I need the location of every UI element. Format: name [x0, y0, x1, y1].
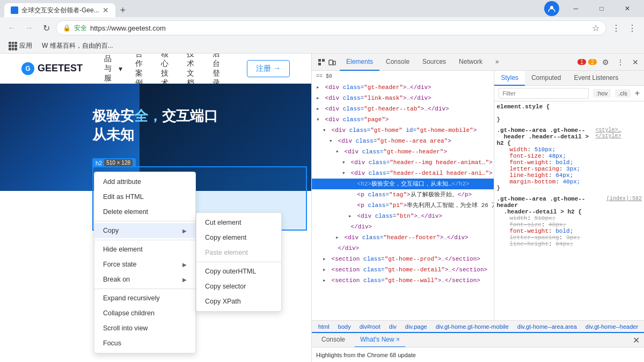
device-mode-icon[interactable] — [327, 57, 338, 68]
bookmark-wikipedia-label: W 维基百科，自由的百... — [42, 41, 113, 50]
whats-new-tab[interactable]: What's New × — [355, 333, 405, 348]
ctx-copy-xpath[interactable]: Copy XPath — [196, 294, 281, 309]
vertical-dots-icon[interactable]: ⋮ — [614, 56, 627, 69]
logo-icon: G — [21, 62, 34, 75]
breadcrumb-header[interactable]: div.gt-home--header — [583, 323, 640, 330]
tab-more[interactable]: » — [489, 54, 506, 71]
ctx-delete-element[interactable]: Delete element — [94, 204, 195, 219]
dom-line-11[interactable]: <p class="p1">率先利用人工智能，为全球 26 万家企业提供交互安全… — [312, 200, 494, 211]
reload-button[interactable]: ↻ — [39, 20, 54, 35]
ctx-hide-element[interactable]: Hide element — [94, 242, 195, 257]
svg-rect-3 — [318, 63, 321, 65]
dom-line-4[interactable]: <div class="gt-home" id="gt-home-mobile"… — [312, 125, 494, 136]
menu-button[interactable]: ⋮ — [625, 20, 640, 35]
filter-cls-toggle[interactable]: .cls — [615, 89, 631, 98]
dom-line-13[interactable]: </div> — [312, 221, 494, 232]
dom-line-1[interactable]: <div class="link-mask">…</div> — [312, 93, 494, 104]
tab-sources[interactable]: Sources — [416, 54, 452, 71]
breadcrumb-html[interactable]: html — [316, 323, 332, 330]
maximize-button[interactable]: □ — [589, 0, 614, 17]
tab-network[interactable]: Network — [452, 54, 489, 71]
address-bar[interactable]: 🔒 安全 https://www.geetest.com ☆ — [56, 20, 606, 35]
breadcrumb-div[interactable]: div — [387, 323, 399, 330]
new-tab-button[interactable]: + — [115, 3, 130, 17]
ctx-scroll-into-view[interactable]: Scroll into view — [94, 321, 195, 336]
forward-button[interactable]: → — [21, 20, 36, 35]
ctx-copy[interactable]: Copy ▶ — [94, 223, 195, 238]
tab-close-button[interactable]: ✕ — [103, 6, 109, 14]
extensions-button[interactable]: ⋮ — [609, 20, 624, 35]
dom-line-0[interactable]: <div class="gt-header">…</div> — [312, 82, 494, 93]
dom-line-18[interactable]: <section class="gt-home--wall">…</sectio… — [312, 275, 494, 286]
tab-styles[interactable]: Styles — [494, 71, 525, 86]
dom-line-6[interactable]: <div class="gt-home--header"> — [312, 146, 494, 157]
ctx-copy-outer-html[interactable]: Copy outerHTML — [196, 264, 281, 279]
dom-line-10[interactable]: <p class="tag">从了解极验开始。</p> — [312, 189, 494, 200]
dom-line-9-selected[interactable]: <h2>极验安全，交互端口，从未知…</h2> — [312, 179, 494, 189]
url-text: https://www.geetest.com — [90, 24, 589, 32]
dom-line-16[interactable]: <section class="gt-home--prod">…</sectio… — [312, 254, 494, 264]
minimize-button[interactable]: ─ — [564, 0, 588, 17]
inspect-element-icon[interactable] — [316, 57, 327, 68]
console-message: Highlights from the Chrome 68 update — [316, 352, 416, 358]
console-close-button[interactable]: ✕ — [633, 335, 640, 345]
ctx-separator-2 — [94, 240, 195, 240]
dom-panel[interactable]: == $0 <div class="gt-header">…</div> <di… — [312, 71, 494, 320]
back-button[interactable]: ← — [4, 20, 19, 35]
geetest-logo[interactable]: G GEETEST — [21, 62, 83, 75]
breadcrumb-div-root[interactable]: div#root — [357, 323, 383, 330]
secure-text: 安全 — [74, 24, 87, 33]
tab-elements[interactable]: Elements — [340, 54, 379, 71]
tab-console[interactable]: Console — [379, 54, 416, 71]
css-rule-element-style: element.style { } — [496, 104, 642, 123]
css-rule-2: .gt-home--area .gt-home--header .header-… — [496, 196, 642, 247]
breadcrumb-body[interactable]: body — [336, 323, 353, 330]
ctx-collapse-children[interactable]: Collapse children — [94, 306, 195, 321]
svg-rect-4 — [329, 60, 333, 65]
ctx-expand-recursively[interactable]: Expand recursively — [94, 291, 195, 306]
filter-hov-toggle[interactable]: :hov — [593, 89, 611, 98]
bookmark-star-icon[interactable]: ☆ — [592, 23, 599, 33]
register-button[interactable]: 注册 → — [247, 60, 290, 77]
ctx-break-on[interactable]: Break on ▶ — [94, 272, 195, 287]
bookmark-apps[interactable]: 应用 — [4, 40, 36, 52]
breadcrumb-gt-home[interactable]: div.gt-home.gt-home-mobile — [434, 323, 511, 330]
dom-line-8[interactable]: <div class="header--detail header-ani…"> — [312, 168, 494, 179]
dom-line-14[interactable]: <div class="header--footer">…</div> — [312, 232, 494, 243]
ctx-force-state[interactable]: Force state ▶ — [94, 257, 195, 272]
settings-icon[interactable]: ⚙ — [599, 56, 612, 69]
copy-arrow-icon: ▶ — [182, 228, 187, 234]
devtools-breadcrumb: html body div#root div div.page div.gt-h… — [312, 320, 644, 332]
breadcrumb-div-page[interactable]: div.page — [403, 323, 429, 330]
ctx-focus[interactable]: Focus — [94, 336, 195, 351]
console-tab[interactable]: Console — [316, 333, 350, 348]
dom-line-3[interactable]: <div class="page"> — [312, 114, 494, 125]
ctx-copy-selector[interactable]: Copy selector — [196, 279, 281, 294]
devtools-body: == $0 <div class="gt-header">…</div> <di… — [312, 71, 644, 320]
browser-toolbar: ← → ↻ 🔒 安全 https://www.geetest.com ☆ ⋮ ⋮ — [0, 17, 644, 39]
tab-event-listeners[interactable]: Event Listeners — [568, 71, 625, 86]
styles-filter-input[interactable] — [499, 88, 589, 99]
active-tab[interactable]: 全球交互安全创领者-Gee... ✕ — [4, 3, 115, 17]
bookmark-wikipedia[interactable]: W 维基百科，自由的百... — [38, 40, 118, 52]
dom-line-5[interactable]: <div class="gt-home--area area"> — [312, 136, 494, 146]
breadcrumb-area[interactable]: div.gt-home--area.area — [515, 323, 579, 330]
ctx-edit-html[interactable]: Edit as HTML — [94, 189, 195, 204]
css-rule-1: .gt-home--area .gt-home-- header .header… — [496, 127, 642, 191]
ctx-copy-element[interactable]: Copy element — [196, 230, 281, 245]
close-button[interactable]: ✕ — [615, 0, 640, 17]
dom-line-7[interactable]: <div class="header--img header-animat…"> — [312, 157, 494, 168]
error-badge: 1 — [577, 59, 586, 65]
h2-tag-label: h2 — [96, 160, 102, 166]
dom-line-17[interactable]: <section class="gt-home--detail">…</sect… — [312, 264, 494, 275]
close-devtools-button[interactable]: ✕ — [629, 56, 642, 69]
ctx-cut-element[interactable]: Cut element — [196, 215, 281, 230]
dom-line-15[interactable]: </div> — [312, 243, 494, 254]
tab-computed[interactable]: Computed — [525, 71, 567, 86]
dom-line-2[interactable]: <div class="gt-header--tab">…</div> — [312, 104, 494, 114]
ctx-add-attribute[interactable]: Add attribute — [94, 174, 195, 189]
add-style-rule-button[interactable]: + — [635, 88, 640, 98]
dom-line-12[interactable]: <div class="btn">…</div> — [312, 211, 494, 221]
profile-icon[interactable] — [544, 1, 559, 16]
copy-submenu-separator — [196, 262, 281, 262]
